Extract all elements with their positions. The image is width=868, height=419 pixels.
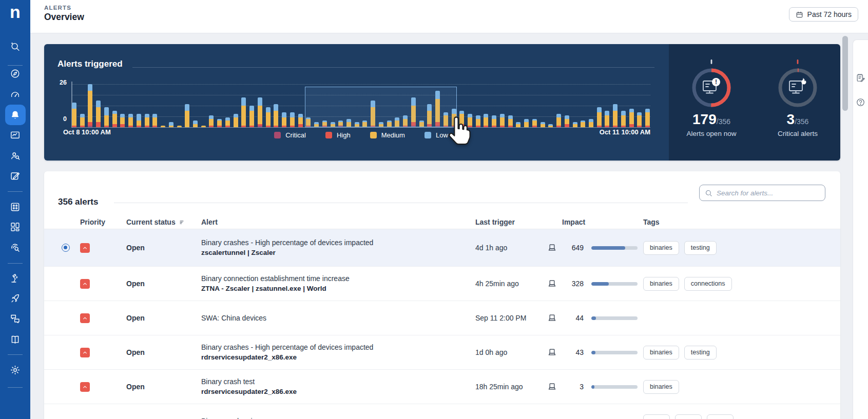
chart-bar[interactable] xyxy=(96,101,101,127)
fingerprint-search-icon[interactable] xyxy=(5,237,26,258)
alert-cell[interactable]: Binary crashes - High percentage of devi… xyxy=(201,238,475,257)
chart-bar[interactable] xyxy=(524,119,529,127)
last-trigger-cell: Sep 11 2:00 PM xyxy=(475,314,547,322)
chart-bar[interactable] xyxy=(484,114,488,127)
chart-bar[interactable] xyxy=(541,122,545,127)
layout-blocks-icon[interactable] xyxy=(5,216,26,237)
table-row[interactable]: Open Binary crashes - High percentage of… xyxy=(44,229,840,267)
ai-search-icon[interactable] xyxy=(5,36,26,56)
chart-bar[interactable] xyxy=(112,111,117,127)
chart-bar[interactable] xyxy=(241,97,246,127)
chart-bar[interactable] xyxy=(581,121,585,127)
search-input[interactable] xyxy=(717,189,820,197)
scrollbar-thumb[interactable] xyxy=(842,36,848,111)
alerts-table-card: 356 alerts Priority Current status Alert… xyxy=(44,171,840,419)
book-icon[interactable] xyxy=(5,329,26,350)
chart-bar[interactable] xyxy=(492,115,496,127)
chart-bar[interactable] xyxy=(185,104,189,127)
notes-icon[interactable] xyxy=(856,73,866,83)
vertical-scrollbar[interactable] xyxy=(842,35,848,419)
chart-bar[interactable] xyxy=(298,114,303,127)
chart-bar[interactable] xyxy=(104,107,109,127)
column-priority[interactable]: Priority xyxy=(80,218,126,226)
chart-bar[interactable] xyxy=(80,114,85,127)
heading-rule xyxy=(114,203,688,203)
chart-bar[interactable] xyxy=(258,97,262,127)
chart-bar[interactable] xyxy=(201,126,206,127)
column-alert[interactable]: Alert xyxy=(201,218,475,226)
table-row[interactable]: Open SWA: China devices Sep 11 2:00 PM 4… xyxy=(44,301,840,335)
alert-cell[interactable]: Binary crashes - High percentage of devi… xyxy=(201,343,475,362)
dashboard-gauge-icon[interactable] xyxy=(5,84,26,105)
chart-bar[interactable] xyxy=(225,117,230,127)
chart-bar[interactable] xyxy=(72,103,76,127)
chart-bar[interactable] xyxy=(152,114,157,127)
chart-bar[interactable] xyxy=(217,119,222,127)
chart-bar[interactable] xyxy=(282,112,286,127)
alert-cell[interactable]: Binary crash test rdrservicesupdater2_x8… xyxy=(201,377,475,396)
chart-bar[interactable] xyxy=(621,111,626,127)
chart-bar[interactable] xyxy=(476,115,480,127)
chart-bar[interactable] xyxy=(120,114,125,127)
alert-cell[interactable]: SWA: China devices xyxy=(201,313,475,323)
chart-bar[interactable] xyxy=(169,122,173,127)
chart-bar[interactable] xyxy=(193,121,198,127)
chart-bar[interactable] xyxy=(266,107,271,127)
help-icon[interactable] xyxy=(856,97,866,108)
column-impact[interactable]: Impact xyxy=(547,218,640,226)
chart-bar[interactable] xyxy=(290,112,295,127)
chart-bar[interactable] xyxy=(209,115,214,127)
chart-bar[interactable] xyxy=(613,104,618,127)
chart-bar[interactable] xyxy=(234,114,238,127)
alerts-search[interactable] xyxy=(699,185,825,201)
chat-bubbles-icon[interactable] xyxy=(5,308,26,329)
alerts-summary-panel: ! 179/356 Alerts open now xyxy=(669,44,840,161)
chart-bar[interactable] xyxy=(573,122,577,127)
chart-bar[interactable] xyxy=(500,114,505,127)
column-last-trigger[interactable]: Last trigger xyxy=(475,218,547,226)
chart-bar[interactable] xyxy=(88,84,92,127)
alert-cell[interactable]: Binary connection establishment time inc… xyxy=(201,274,475,293)
alert-cell[interactable]: Binary crashes increase xyxy=(201,416,475,419)
rocket-icon[interactable] xyxy=(5,288,26,309)
column-current-status[interactable]: Current status xyxy=(126,218,201,226)
settings-gear-icon[interactable] xyxy=(5,360,26,380)
column-tags[interactable]: Tags xyxy=(640,218,840,226)
legend-label: Medium xyxy=(381,131,405,139)
chart-bar[interactable] xyxy=(548,124,553,127)
chart-bar[interactable] xyxy=(508,115,513,127)
desk-lamp-icon[interactable] xyxy=(5,268,26,288)
task-edit-icon[interactable] xyxy=(5,166,26,186)
table-row-partial[interactable]: Binary crashes increase xyxy=(44,404,840,419)
chart-bar[interactable] xyxy=(589,119,593,127)
chart-bar[interactable] xyxy=(565,115,569,127)
user-search-icon[interactable] xyxy=(5,145,26,166)
chart-bar[interactable] xyxy=(597,107,602,127)
table-row[interactable]: Open Binary crashes - High percentage of… xyxy=(44,335,840,370)
chart-selection-region[interactable] xyxy=(305,87,457,127)
chart-bar[interactable] xyxy=(249,106,254,127)
chart-bar[interactable] xyxy=(556,114,561,127)
priority-high-icon xyxy=(80,279,90,289)
table-row[interactable]: Open Binary connection establishment tim… xyxy=(44,267,840,301)
chart-bar[interactable] xyxy=(161,126,165,127)
alerts-bell-icon[interactable] xyxy=(5,105,26,125)
chart-bar[interactable] xyxy=(532,119,537,127)
app-grid-icon[interactable] xyxy=(5,196,26,217)
chart-bar[interactable] xyxy=(516,122,520,127)
chart-bar[interactable] xyxy=(128,114,133,127)
chart-legend: Critical High Medium Low xyxy=(72,131,650,139)
chart-bar[interactable] xyxy=(145,114,149,127)
monitor-chart-icon[interactable] xyxy=(5,125,26,145)
row-radio-selected[interactable] xyxy=(62,244,70,252)
table-row[interactable]: Open Binary crash test rdrservicesupdate… xyxy=(44,370,840,404)
chart-bar[interactable] xyxy=(629,109,634,127)
chart-bar[interactable] xyxy=(637,112,642,127)
compass-icon[interactable] xyxy=(5,63,26,84)
chart-bar[interactable] xyxy=(137,114,141,127)
chart-bar[interactable] xyxy=(177,126,182,127)
chart-bar[interactable] xyxy=(274,104,278,127)
time-range-button[interactable]: Past 72 hours xyxy=(789,7,858,22)
chart-bar[interactable] xyxy=(605,111,609,127)
chart-bar[interactable] xyxy=(645,109,650,127)
